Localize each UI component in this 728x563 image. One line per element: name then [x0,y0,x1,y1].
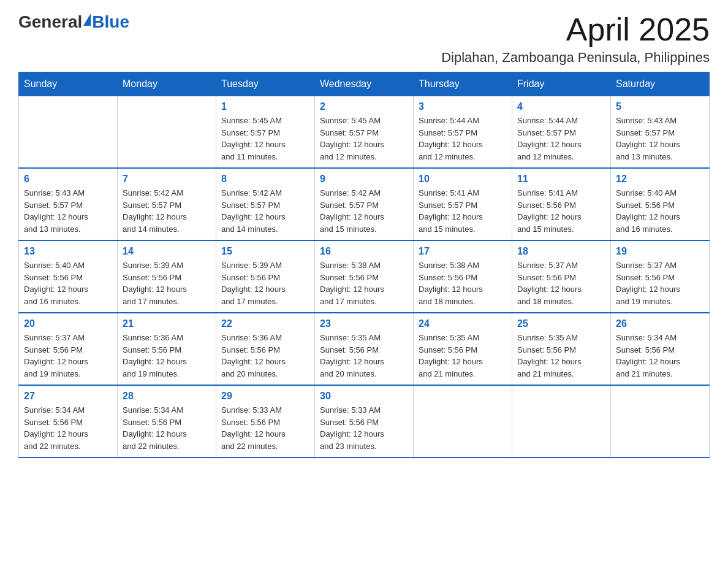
day-info: Sunrise: 5:34 AMSunset: 5:56 PMDaylight:… [123,404,211,452]
day-number: 5 [616,101,704,112]
day-number: 4 [517,101,605,112]
calendar-cell: 2Sunrise: 5:45 AMSunset: 5:57 PMDaylight… [315,96,414,169]
day-info: Sunrise: 5:38 AMSunset: 5:56 PMDaylight:… [320,259,408,307]
day-info: Sunrise: 5:35 AMSunset: 5:56 PMDaylight:… [320,332,408,380]
calendar-cell: 29Sunrise: 5:33 AMSunset: 5:56 PMDayligh… [216,385,315,458]
day-number: 8 [221,174,309,185]
day-number: 11 [517,174,605,185]
day-info: Sunrise: 5:41 AMSunset: 5:57 PMDaylight:… [419,187,507,235]
day-number: 30 [320,391,408,402]
day-number: 3 [419,101,507,112]
day-number: 9 [320,174,408,185]
calendar-cell: 15Sunrise: 5:39 AMSunset: 5:56 PMDayligh… [216,240,315,313]
weekday-header-row: SundayMondayTuesdayWednesdayThursdayFrid… [19,72,710,96]
day-number: 16 [320,246,408,257]
day-number: 7 [123,174,211,185]
calendar-cell: 21Sunrise: 5:36 AMSunset: 5:56 PMDayligh… [118,313,216,385]
day-info: Sunrise: 5:42 AMSunset: 5:57 PMDaylight:… [221,187,309,235]
calendar-cell [512,385,611,458]
calendar-cell [19,96,118,169]
calendar-cell: 10Sunrise: 5:41 AMSunset: 5:57 PMDayligh… [414,168,512,240]
weekday-header-saturday: Saturday [611,72,710,96]
week-row-4: 20Sunrise: 5:37 AMSunset: 5:56 PMDayligh… [19,313,710,385]
day-number: 22 [221,318,309,329]
day-info: Sunrise: 5:40 AMSunset: 5:56 PMDaylight:… [616,187,704,235]
day-number: 20 [24,318,112,329]
week-row-1: 1Sunrise: 5:45 AMSunset: 5:57 PMDaylight… [19,96,710,169]
calendar-cell: 7Sunrise: 5:42 AMSunset: 5:57 PMDaylight… [118,168,216,240]
day-number: 19 [616,246,704,257]
calendar-cell: 12Sunrise: 5:40 AMSunset: 5:56 PMDayligh… [611,168,710,240]
subtitle: Diplahan, Zamboanga Peninsula, Philippin… [441,50,710,66]
calendar-cell: 8Sunrise: 5:42 AMSunset: 5:57 PMDaylight… [216,168,315,240]
day-number: 2 [320,101,408,112]
day-number: 25 [517,318,605,329]
weekday-header-thursday: Thursday [414,72,512,96]
day-info: Sunrise: 5:34 AMSunset: 5:56 PMDaylight:… [24,404,112,452]
calendar-cell: 9Sunrise: 5:42 AMSunset: 5:57 PMDaylight… [315,168,414,240]
day-number: 13 [24,246,112,257]
week-row-5: 27Sunrise: 5:34 AMSunset: 5:56 PMDayligh… [19,385,710,458]
day-number: 27 [24,391,112,402]
day-info: Sunrise: 5:33 AMSunset: 5:56 PMDaylight:… [221,404,309,452]
calendar-cell: 16Sunrise: 5:38 AMSunset: 5:56 PMDayligh… [315,240,414,313]
calendar-cell: 25Sunrise: 5:35 AMSunset: 5:56 PMDayligh… [512,313,611,385]
calendar-cell: 19Sunrise: 5:37 AMSunset: 5:56 PMDayligh… [611,240,710,313]
weekday-header-sunday: Sunday [19,72,118,96]
day-info: Sunrise: 5:43 AMSunset: 5:57 PMDaylight:… [616,115,704,163]
day-info: Sunrise: 5:33 AMSunset: 5:56 PMDaylight:… [320,404,408,452]
day-number: 23 [320,318,408,329]
day-info: Sunrise: 5:37 AMSunset: 5:56 PMDaylight:… [517,259,605,307]
day-info: Sunrise: 5:37 AMSunset: 5:56 PMDaylight:… [24,332,112,380]
day-info: Sunrise: 5:35 AMSunset: 5:56 PMDaylight:… [419,332,507,380]
day-info: Sunrise: 5:40 AMSunset: 5:56 PMDaylight:… [24,259,112,307]
day-number: 26 [616,318,704,329]
calendar-cell: 27Sunrise: 5:34 AMSunset: 5:56 PMDayligh… [19,385,118,458]
calendar-cell [611,385,710,458]
day-info: Sunrise: 5:45 AMSunset: 5:57 PMDaylight:… [221,115,309,163]
day-number: 14 [123,246,211,257]
calendar-cell: 1Sunrise: 5:45 AMSunset: 5:57 PMDaylight… [216,96,315,169]
logo: General Blue [18,12,129,32]
logo-triangle-icon [83,13,91,26]
day-info: Sunrise: 5:38 AMSunset: 5:56 PMDaylight:… [419,259,507,307]
title-area: April 2025 Diplahan, Zamboanga Peninsula… [441,12,710,66]
calendar-cell: 14Sunrise: 5:39 AMSunset: 5:56 PMDayligh… [118,240,216,313]
day-number: 24 [419,318,507,329]
calendar-cell: 18Sunrise: 5:37 AMSunset: 5:56 PMDayligh… [512,240,611,313]
day-number: 28 [123,391,211,402]
day-info: Sunrise: 5:34 AMSunset: 5:56 PMDaylight:… [616,332,704,380]
day-info: Sunrise: 5:35 AMSunset: 5:56 PMDaylight:… [517,332,605,380]
calendar-cell: 23Sunrise: 5:35 AMSunset: 5:56 PMDayligh… [315,313,414,385]
page-title: April 2025 [441,12,710,47]
calendar-cell: 30Sunrise: 5:33 AMSunset: 5:56 PMDayligh… [315,385,414,458]
calendar-cell: 6Sunrise: 5:43 AMSunset: 5:57 PMDaylight… [19,168,118,240]
weekday-header-monday: Monday [118,72,216,96]
day-info: Sunrise: 5:42 AMSunset: 5:57 PMDaylight:… [123,187,211,235]
day-info: Sunrise: 5:39 AMSunset: 5:56 PMDaylight:… [123,259,211,307]
logo-general-text: General [18,12,82,32]
day-number: 10 [419,174,507,185]
calendar-cell [414,385,512,458]
day-number: 17 [419,246,507,257]
day-info: Sunrise: 5:43 AMSunset: 5:57 PMDaylight:… [24,187,112,235]
logo-blue-text: Blue [92,12,129,32]
day-info: Sunrise: 5:44 AMSunset: 5:57 PMDaylight:… [517,115,605,163]
week-row-3: 13Sunrise: 5:40 AMSunset: 5:56 PMDayligh… [19,240,710,313]
day-number: 29 [221,391,309,402]
weekday-header-wednesday: Wednesday [315,72,414,96]
calendar-cell: 20Sunrise: 5:37 AMSunset: 5:56 PMDayligh… [19,313,118,385]
day-info: Sunrise: 5:44 AMSunset: 5:57 PMDaylight:… [419,115,507,163]
day-number: 6 [24,174,112,185]
calendar-cell: 13Sunrise: 5:40 AMSunset: 5:56 PMDayligh… [19,240,118,313]
day-info: Sunrise: 5:39 AMSunset: 5:56 PMDaylight:… [221,259,309,307]
calendar-cell: 24Sunrise: 5:35 AMSunset: 5:56 PMDayligh… [414,313,512,385]
calendar-cell: 28Sunrise: 5:34 AMSunset: 5:56 PMDayligh… [118,385,216,458]
logo-area: General Blue [18,12,129,32]
calendar-cell: 4Sunrise: 5:44 AMSunset: 5:57 PMDaylight… [512,96,611,169]
day-info: Sunrise: 5:36 AMSunset: 5:56 PMDaylight:… [221,332,309,380]
day-info: Sunrise: 5:45 AMSunset: 5:57 PMDaylight:… [320,115,408,163]
calendar-cell [118,96,216,169]
calendar-cell: 17Sunrise: 5:38 AMSunset: 5:56 PMDayligh… [414,240,512,313]
calendar-table: SundayMondayTuesdayWednesdayThursdayFrid… [18,72,710,458]
